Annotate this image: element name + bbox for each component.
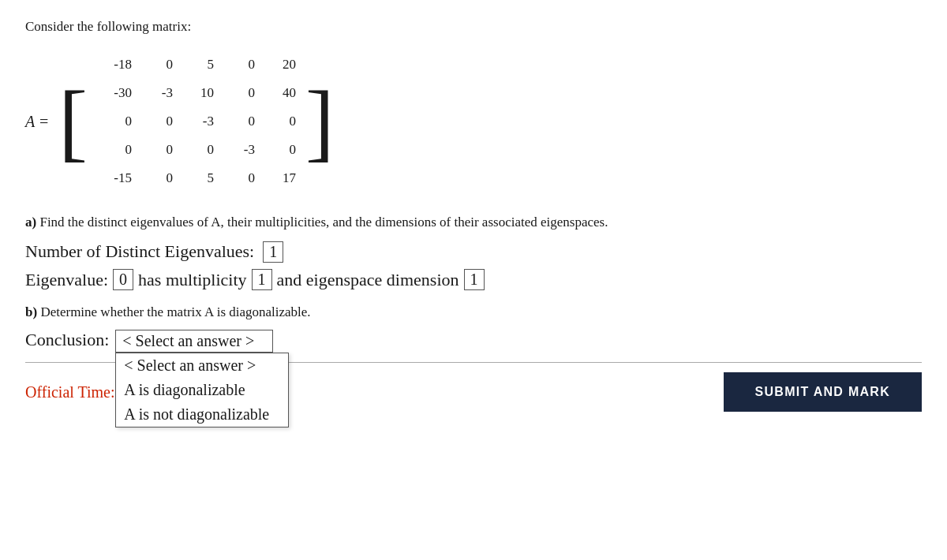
- part-a-label: a) Find the distinct eigenvalues of A, t…: [25, 215, 922, 230]
- problem-intro: Consider the following matrix:: [25, 19, 922, 35]
- multiplicity-box: 1: [252, 269, 272, 290]
- matrix-cell: 0: [135, 55, 176, 74]
- submit-button[interactable]: SUBMIT AND MARK: [724, 372, 922, 412]
- num-eigenvalues-box: 1: [263, 241, 283, 263]
- conclusion-dropdown-menu[interactable]: < Select an answer >A is diagonalizableA…: [115, 353, 289, 427]
- matrix-bracket-container: [ -1805020-30-31004000-300000-30-1505017…: [57, 47, 335, 196]
- multiplicity-label: has multiplicity: [138, 270, 247, 290]
- eigenspace-box: 1: [464, 269, 485, 290]
- official-time-section: Official Time:: [25, 383, 115, 401]
- matrix-cell: 0: [217, 112, 258, 131]
- matrix-cell: 17: [258, 169, 299, 188]
- matrix-cell: 5: [176, 55, 217, 74]
- matrix-cell: -3: [176, 112, 217, 131]
- matrix-cell: 20: [258, 55, 299, 74]
- matrix-cell: 0: [258, 112, 299, 131]
- matrix-cell: -30: [94, 84, 135, 103]
- official-time-label: Official Time:: [25, 383, 115, 401]
- matrix-label: A =: [25, 113, 49, 131]
- matrix-cell: 5: [176, 169, 217, 188]
- matrix-cell: 0: [94, 112, 135, 131]
- eigenvalue-line: Eigenvalue: 0 has multiplicity 1 and eig…: [25, 269, 922, 290]
- matrix-bracket-left: [: [58, 78, 88, 165]
- part-b-text: Determine whether the matrix A is diagon…: [40, 304, 310, 319]
- matrix-cell: 40: [258, 84, 299, 103]
- page-content: Consider the following matrix: A = [ -18…: [0, 0, 947, 431]
- num-eigenvalues-line: Number of Distinct Eigenvalues: 1: [25, 241, 922, 263]
- dropdown-item[interactable]: < Select an answer >: [116, 353, 288, 378]
- matrix-cell: 0: [135, 169, 176, 188]
- matrix-cell: 0: [217, 169, 258, 188]
- part-a-block: a) Find the distinct eigenvalues of A, t…: [25, 215, 922, 230]
- matrix-bracket-right: ]: [305, 78, 335, 165]
- part-b-block: b) Determine whether the matrix A is dia…: [25, 304, 922, 320]
- matrix-cell: 0: [135, 112, 176, 131]
- matrix-section: A = [ -1805020-30-31004000-300000-30-150…: [25, 47, 922, 196]
- part-b-bold: b): [25, 304, 37, 319]
- intro-text: Consider the following matrix:: [25, 19, 191, 34]
- matrix-grid: -1805020-30-31004000-300000-30-1505017: [89, 47, 304, 196]
- matrix-cell: -3: [135, 84, 176, 103]
- eigenvalue-label: Eigenvalue:: [25, 270, 108, 290]
- matrix-cell: 0: [94, 140, 135, 159]
- matrix-cell: 0: [217, 84, 258, 103]
- eigenvalue-box: 0: [113, 269, 133, 290]
- matrix-cell: 10: [176, 84, 217, 103]
- matrix-cell: 0: [176, 140, 217, 159]
- matrix-cell: -3: [217, 140, 258, 159]
- dropdown-selected-text: < Select an answer >: [122, 332, 254, 349]
- matrix-cell: -15: [94, 169, 135, 188]
- conclusion-label: Conclusion:: [25, 330, 109, 350]
- conclusion-dropdown-wrapper[interactable]: < Select an answer > < Select an answer …: [115, 330, 273, 353]
- part-a-bold: a): [25, 215, 36, 230]
- dropdown-item[interactable]: A is not diagonalizable: [116, 402, 288, 427]
- dropdown-item[interactable]: A is diagonalizable: [116, 378, 288, 402]
- matrix-cell: -18: [94, 55, 135, 74]
- num-eigenvalues-label: Number of Distinct Eigenvalues:: [25, 241, 254, 261]
- matrix-cell: 0: [258, 140, 299, 159]
- matrix-cell: 0: [135, 140, 176, 159]
- eigenspace-label: and eigenspace dimension: [277, 270, 459, 290]
- matrix-cell: 0: [217, 55, 258, 74]
- conclusion-row: Conclusion: < Select an answer > < Selec…: [25, 330, 922, 353]
- part-a-text: Find the distinct eigenvalues of A, thei…: [39, 215, 608, 230]
- conclusion-dropdown-trigger[interactable]: < Select an answer >: [115, 330, 273, 353]
